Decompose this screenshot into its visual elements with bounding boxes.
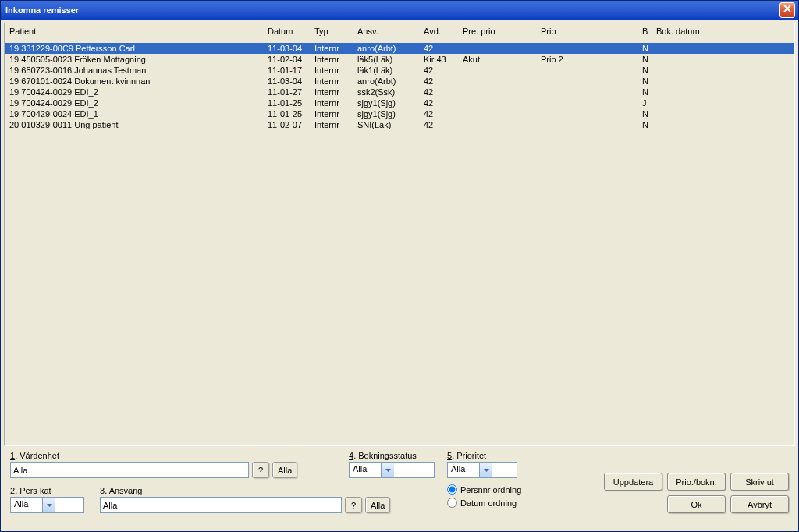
perskat-label: 2. Pers kat [10,486,84,495]
vardenhet-input[interactable] [10,462,249,478]
radio-persnr[interactable]: Persnnr ordning [447,484,521,495]
bokstatus-combo[interactable]: Alla [349,462,435,478]
cell-b: N [641,76,655,87]
cell-b: J [641,98,655,108]
cell-patient: 19 700424-0029 EDI_2 [5,87,266,98]
prioritet-combo[interactable]: Alla [447,462,517,478]
cell-preprio [461,87,539,98]
cell-patient: 19 331229-00C9 Pettersson Carl [5,43,266,55]
cell-prio [539,65,641,76]
cell-bokdatum [655,108,794,119]
cell-ansv: SNI(Läk) [356,119,422,130]
cell-bokdatum [655,76,794,87]
perskat-combo[interactable]: Alla [10,497,84,513]
cell-patient: 20 010329-0011 Ung patient [5,119,266,130]
cell-prio [539,98,641,108]
table-row[interactable]: 19 331229-00C9 Pettersson Carl11-03-04In… [5,43,794,55]
skrivut-button[interactable]: Skriv ut [730,473,789,491]
cell-prio [539,76,641,87]
col-bokdatum[interactable]: Bok. datum [655,23,794,43]
referral-table: Patient Datum Typ Ansv. Avd. Pre. prio P… [5,23,794,130]
table-row[interactable]: 20 010329-0011 Ung patient11-02-07Intern… [5,119,794,130]
col-preprio[interactable]: Pre. prio [461,23,539,43]
cell-avd: 42 [422,98,461,108]
chevron-down-icon[interactable] [381,463,394,477]
cell-prio: Prio 2 [539,54,641,65]
cell-bokdatum [655,98,794,108]
cell-bokdatum [655,54,794,65]
cell-prio [539,87,641,98]
cell-typ: Internr [313,87,356,98]
cell-datum: 11-03-04 [266,43,313,55]
cell-patient: 19 670101-0024 Dokument kvinnnan [5,76,266,87]
ansvarig-alla-button[interactable]: Alla [365,497,390,513]
cell-preprio: Akut [461,54,539,65]
prioritet-label: 5. Prioritet [447,451,521,460]
chevron-down-icon[interactable] [42,498,55,512]
cell-b: N [641,119,655,130]
cell-bokdatum [655,87,794,98]
col-b[interactable]: B [641,23,655,43]
cell-datum: 11-03-04 [266,76,313,87]
content-area: Patient Datum Typ Ansv. Avd. Pre. prio P… [1,20,798,531]
col-datum[interactable]: Datum [266,23,313,43]
radio-datum[interactable]: Datum ordning [447,498,521,508]
table-row[interactable]: 19 700424-0029 EDI_211-01-25Internrsjgy1… [5,98,794,108]
cell-bokdatum [655,119,794,130]
sort-radio-group: Persnnr ordning Datum ordning [447,484,521,508]
chevron-down-icon[interactable] [479,463,492,477]
cell-prio [539,119,641,130]
priobokn-button[interactable]: Prio./bokn. [667,473,726,491]
cell-avd: 42 [422,76,461,87]
vardenhet-label: 1. Vårdenhet [10,451,322,460]
cell-avd: 42 [422,65,461,76]
cell-typ: Internr [313,43,356,55]
col-patient[interactable]: Patient [5,23,266,43]
cell-patient: 19 450505-0023 Fröken Mottagning [5,54,266,65]
close-button[interactable] [779,2,795,18]
col-prio[interactable]: Prio [539,23,641,43]
table-row[interactable]: 19 450505-0023 Fröken Mottagning11-02-04… [5,54,794,65]
ansvarig-input[interactable] [100,497,342,513]
cell-preprio [461,108,539,119]
table-row[interactable]: 19 700424-0029 EDI_211-01-27Internrssk2(… [5,87,794,98]
uppdatera-button[interactable]: Uppdatera [604,473,662,491]
table-header-row: Patient Datum Typ Ansv. Avd. Pre. prio P… [5,23,794,43]
cell-avd: 42 [422,119,461,130]
cell-ansv: ssk2(Ssk) [356,87,422,98]
cell-patient: 19 700424-0029 EDI_2 [5,98,266,108]
window: Inkomna remisser Patient Datum Typ Ansv. [0,0,799,532]
referral-table-wrap: Patient Datum Typ Ansv. Avd. Pre. prio P… [4,23,795,446]
ansvarig-label: 3. Ansvarig [100,486,390,495]
cell-datum: 11-01-27 [266,87,313,98]
cell-b: N [641,43,655,55]
table-row[interactable]: 19 670101-0024 Dokument kvinnnan11-03-04… [5,76,794,87]
cell-datum: 11-01-25 [266,98,313,108]
col-ansv[interactable]: Ansv. [356,23,422,43]
cell-avd: Kir 43 [422,54,461,65]
cell-ansv: sjgy1(Sjg) [356,98,422,108]
avbryt-button[interactable]: Avbryt [730,495,789,513]
cell-prio [539,108,641,119]
col-avd[interactable]: Avd. [422,23,461,43]
cell-preprio [461,76,539,87]
cell-typ: Internr [313,76,356,87]
cell-b: N [641,87,655,98]
cell-preprio [461,98,539,108]
cell-b: N [641,54,655,65]
ok-button[interactable]: Ok [667,495,726,513]
cell-avd: 42 [422,108,461,119]
vardenhet-help-button[interactable]: ? [252,462,269,478]
cell-ansv: anro(Arbt) [356,76,422,87]
bokstatus-label: 4. Bokningsstatus [349,451,435,460]
titlebar: Inkomna remisser [1,1,798,20]
ansvarig-help-button[interactable]: ? [345,497,362,513]
vardenhet-alla-button[interactable]: Alla [272,462,297,478]
table-row[interactable]: 19 700429-0024 EDI_111-01-25Internrsjgy1… [5,108,794,119]
col-typ[interactable]: Typ [313,23,356,43]
cell-datum: 11-01-25 [266,108,313,119]
cell-preprio [461,65,539,76]
table-row[interactable]: 19 650723-0016 Johannas Testman11-01-17I… [5,65,794,76]
cell-avd: 42 [422,87,461,98]
window-title: Inkomna remisser [5,5,779,15]
